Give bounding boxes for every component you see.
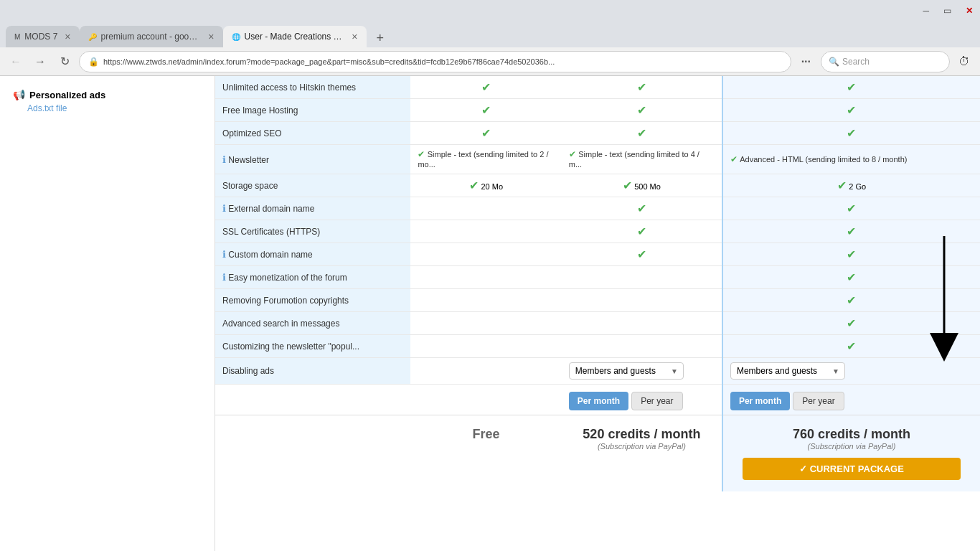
mid-dropdown-cell: Members and guests Members only Nobody ▼ (562, 358, 722, 385)
search-box[interactable]: 🔍 Search (821, 51, 950, 72)
free-check: ✔ (410, 76, 561, 99)
tab-strip: M MODS 7 × 🔑 premium account - google ad… (0, 22, 980, 47)
table-row: Storage space ✔ 20 Mo ✔ 500 Mo ✔ 2 Go (215, 174, 980, 197)
main-area: Unlimited access to Hitskin themes ✔ ✔ ✔… (215, 76, 980, 551)
tab-mods7[interactable]: M MODS 7 × (6, 26, 80, 47)
info-icon[interactable]: ℹ (222, 272, 226, 283)
mid-check (562, 289, 722, 312)
address-bar-row: ← → ↻ 🔒 https://www.ztwds.net/admin/inde… (0, 47, 980, 76)
premium-check: ✔ (722, 243, 980, 266)
table-row: Customizing the newsletter "popul... ✔ (215, 335, 980, 358)
table-row: Disabling ads Members and guests Members… (215, 358, 980, 385)
ads-link[interactable]: Ads.txt file (27, 103, 202, 113)
mid-check: ✔ (562, 197, 722, 220)
premium-billing-buttons: Per month Per year (730, 392, 973, 410)
title-bar: ─ ▭ ✕ (0, 0, 980, 22)
minimize-button[interactable]: ─ (918, 6, 933, 16)
free-check: ✔ (410, 122, 561, 145)
info-icon[interactable]: ℹ (222, 154, 226, 165)
mid-check: ✔ (562, 220, 722, 243)
sidebar: 📢 Personalized ads Ads.txt file (0, 76, 215, 551)
premium-check: ✔ (722, 220, 980, 243)
premium-per-month-button[interactable]: Per month (730, 392, 790, 410)
table-row: Removing Forumotion copyrights ✔ (215, 289, 980, 312)
feature-label: ℹ Custom domain name (215, 243, 410, 266)
premium-check: ✔ (722, 122, 980, 145)
premium-dropdown-cell: Members and guests Members only Nobody ▼ (722, 358, 980, 385)
premium-check: ✔ (722, 266, 980, 289)
history-button[interactable]: ⏱ (954, 52, 974, 72)
premium-dropdown-wrapper: Members and guests Members only Nobody ▼ (730, 362, 845, 380)
free-check (410, 312, 561, 335)
table-row: Unlimited access to Hitskin themes ✔ ✔ ✔ (215, 76, 980, 99)
table-row: ℹ Easy monetization of the forum ✔ (215, 266, 980, 289)
free-check (410, 243, 561, 266)
forward-button[interactable]: → (30, 52, 50, 72)
premium-price-sub: (Subscription via PayPal) (730, 442, 973, 451)
billing-row: Per month Per year Per month Per year (215, 385, 980, 415)
free-price: Free (418, 427, 554, 442)
feature-label: Removing Forumotion copyrights (215, 289, 410, 312)
price-row: Free 520 credits / month (Subscription v… (215, 415, 980, 492)
mid-check: ✔ (562, 243, 722, 266)
mid-price-sub: (Subscription via PayPal) (569, 442, 715, 451)
feature-label: Customizing the newsletter "popul... (215, 335, 410, 358)
address-input[interactable]: 🔒 https://www.ztwds.net/admin/index.foru… (79, 51, 791, 72)
feature-label: Disabling ads (215, 358, 410, 385)
table-row: Advanced search in messages ✔ (215, 312, 980, 335)
tab-close-3[interactable]: × (352, 31, 357, 42)
lock-icon: 🔒 (88, 57, 99, 67)
close-button[interactable]: ✕ (961, 6, 977, 16)
premium-check: ✔ (722, 76, 980, 99)
mid-per-month-button[interactable]: Per month (569, 392, 628, 410)
feature-label: ℹ Easy monetization of the forum (215, 266, 410, 289)
megaphone-icon: 📢 (13, 89, 25, 100)
table-row: SSL Certificates (HTTPS) ✔ ✔ (215, 220, 980, 243)
free-check (410, 358, 561, 385)
ads-title: 📢 Personalized ads (13, 89, 202, 100)
reload-button[interactable]: ↻ (55, 52, 75, 72)
feature-label: ℹ External domain name (215, 197, 410, 220)
feature-label: Advanced search in messages (215, 312, 410, 335)
feature-label: Storage space (215, 174, 410, 197)
premium-storage: ✔ 2 Go (722, 174, 980, 197)
info-icon[interactable]: ℹ (222, 249, 226, 260)
maximize-button[interactable]: ▭ (939, 6, 956, 16)
table-row: ℹ Newsletter ✔ Simple - text (sending li… (215, 145, 980, 174)
free-check (410, 289, 561, 312)
premium-audience-dropdown[interactable]: Members and guests Members only Nobody (730, 362, 845, 380)
mid-billing-buttons: Per month Per year (569, 392, 715, 410)
tab-user-made[interactable]: 🌐 User - Made Creations - Welco... × (223, 26, 367, 47)
back-button[interactable]: ← (6, 52, 26, 72)
mid-per-year-button[interactable]: Per year (631, 392, 682, 410)
more-button[interactable]: ··· (796, 54, 816, 70)
mid-check: ✔ (562, 99, 722, 122)
window-controls: ─ ▭ ✕ (918, 6, 977, 16)
current-package-button[interactable]: ✓ CURRENT PACKAGE (743, 458, 961, 480)
premium-price: 760 credits / month (730, 427, 973, 442)
free-check: ✔ (410, 99, 561, 122)
feature-label: SSL Certificates (HTTPS) (215, 220, 410, 243)
mid-audience-dropdown[interactable]: Members and guests Members only Nobody (569, 362, 684, 380)
mid-check (562, 312, 722, 335)
mid-check (562, 266, 722, 289)
premium-check: ✔ (722, 289, 980, 312)
feature-label: Optimized SEO (215, 122, 410, 145)
info-icon[interactable]: ℹ (222, 203, 226, 214)
table-row: Optimized SEO ✔ ✔ ✔ (215, 122, 980, 145)
mid-check: ✔ (562, 122, 722, 145)
tab-close-1[interactable]: × (65, 31, 70, 42)
mid-storage: ✔ 500 Mo (562, 174, 722, 197)
new-tab-button[interactable]: + (372, 29, 389, 47)
premium-check: ✔ (722, 312, 980, 335)
mid-check: ✔ (562, 76, 722, 99)
table-row: ℹ External domain name ✔ ✔ (215, 197, 980, 220)
mid-newsletter: ✔ Simple - text (sending limited to 4 / … (562, 145, 722, 174)
premium-per-year-button[interactable]: Per year (793, 392, 844, 410)
tab-premium-ads[interactable]: 🔑 premium account - google ads × (80, 26, 223, 47)
free-check (410, 335, 561, 358)
premium-check: ✔ (722, 197, 980, 220)
tab-close-2[interactable]: × (208, 31, 214, 42)
premium-newsletter: ✔ Advanced - HTML (sending limited to 8 … (722, 145, 980, 174)
ads-section: 📢 Personalized ads Ads.txt file (7, 83, 207, 119)
